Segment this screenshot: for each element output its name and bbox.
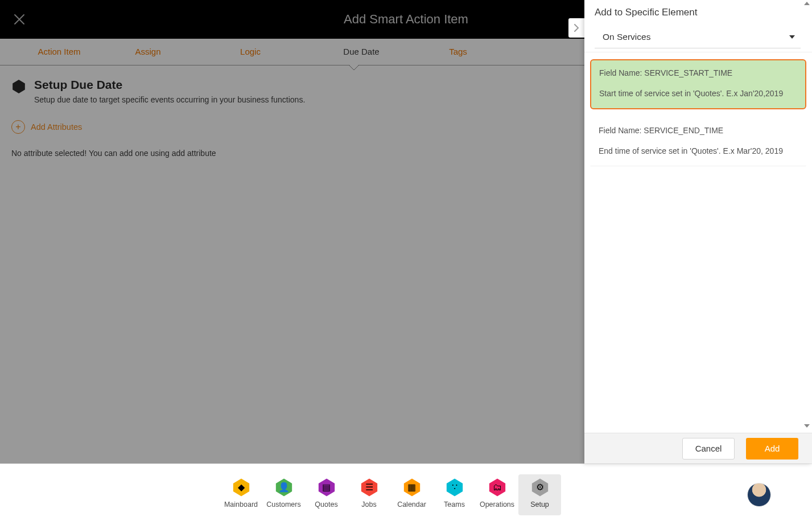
element-type-dropdown[interactable]: On Services — [595, 26, 801, 48]
tab-assign[interactable]: Assign — [102, 39, 193, 65]
active-tab-indicator-icon — [349, 65, 359, 70]
hexagon-icon: ⚙ — [530, 478, 550, 497]
side-panel-footer: Cancel Add — [584, 433, 812, 464]
nav-item-label: Customers — [266, 501, 300, 508]
scroll-up-icon[interactable] — [804, 2, 810, 5]
hexagon-icon: 👤 — [274, 478, 294, 497]
close-icon[interactable] — [0, 0, 39, 39]
hexagon-icon: ☰ — [360, 478, 379, 497]
plus-circle-icon: + — [11, 120, 25, 134]
hexagon-icon: ▤ — [317, 478, 336, 497]
field-description: Start time of service set in 'Quotes'. E… — [599, 89, 797, 98]
nav-item-mainboard[interactable]: ◆Mainboard — [220, 474, 262, 515]
side-panel-toggle[interactable] — [568, 18, 584, 38]
svg-marker-0 — [13, 80, 25, 93]
add-button[interactable]: Add — [746, 438, 798, 460]
field-option-service-end-time[interactable]: Field Name: SERVICE_END_TIME End time of… — [590, 117, 806, 166]
field-name-label: Field Name: SERVICE_END_TIME — [599, 126, 798, 135]
nav-item-customers[interactable]: 👤Customers — [262, 474, 305, 515]
nav-item-teams[interactable]: ∵Teams — [433, 474, 476, 515]
nav-item-setup[interactable]: ⚙Setup — [518, 474, 561, 515]
tab-due-date[interactable]: Due Date — [307, 39, 415, 65]
hexagon-icon: ▦ — [402, 478, 422, 497]
chevron-down-icon — [789, 35, 795, 39]
field-name-label: Field Name: SERVICE_START_TIME — [599, 68, 797, 77]
nav-item-label: Teams — [444, 501, 465, 508]
nav-item-calendar[interactable]: ▦Calendar — [390, 474, 433, 515]
footer-nav: ◆Mainboard👤Customers▤Quotes☰Jobs▦Calenda… — [0, 464, 812, 525]
nav-item-label: Operations — [480, 501, 514, 508]
field-description: End time of service set in 'Quotes'. E.x… — [599, 146, 798, 155]
nav-item-label: Quotes — [315, 501, 337, 508]
nav-item-operations[interactable]: 🗂Operations — [476, 474, 518, 515]
dropdown-value: On Services — [603, 32, 650, 42]
nav-item-label: Setup — [530, 501, 549, 508]
side-panel: Add to Specific Element On Services Fiel… — [584, 0, 812, 464]
section-subtitle: Setup due date to target specific events… — [34, 95, 305, 104]
nav-item-label: Jobs — [361, 501, 376, 508]
hexagon-icon: 🗂 — [488, 478, 507, 497]
add-attributes-label: Add Attributes — [31, 122, 82, 132]
nav-item-label: Mainboard — [224, 501, 258, 508]
section-title: Setup Due Date — [34, 78, 305, 92]
field-option-list: Field Name: SERVICE_START_TIME Start tim… — [584, 52, 812, 433]
cancel-button[interactable]: Cancel — [682, 438, 735, 460]
nav-item-quotes[interactable]: ▤Quotes — [305, 474, 348, 515]
side-panel-title: Add to Specific Element — [595, 7, 801, 18]
nav-item-jobs[interactable]: ☰Jobs — [348, 474, 390, 515]
hexagon-icon — [11, 79, 26, 94]
hexagon-icon: ◆ — [232, 478, 251, 497]
scroll-down-icon[interactable] — [804, 424, 810, 428]
tab-tags[interactable]: Tags — [415, 39, 501, 65]
field-option-service-start-time[interactable]: Field Name: SERVICE_START_TIME Start tim… — [590, 59, 806, 109]
tab-action-item[interactable]: Action Item — [0, 39, 102, 65]
hexagon-icon: ∵ — [445, 478, 464, 497]
nav-item-label: Calendar — [397, 501, 426, 508]
avatar[interactable] — [747, 483, 771, 507]
tab-logic[interactable]: Logic — [193, 39, 307, 65]
